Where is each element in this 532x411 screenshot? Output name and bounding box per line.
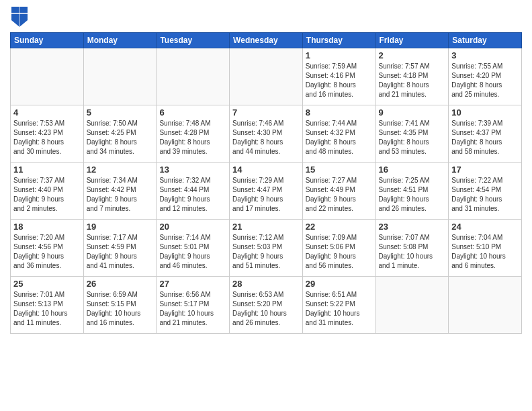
day-number: 21 (232, 222, 300, 232)
day-info: Sunrise: 7:57 AM Sunset: 4:18 PM Dayligh… (379, 62, 446, 99)
weekday-header-monday: Monday (83, 33, 157, 48)
weekday-header-tuesday: Tuesday (157, 33, 230, 48)
day-info: Sunrise: 7:04 AM Sunset: 5:10 PM Dayligh… (451, 233, 519, 271)
day-number: 26 (87, 279, 154, 289)
day-number: 18 (13, 222, 81, 232)
day-number: 6 (159, 107, 226, 118)
day-info: Sunrise: 7:46 AM Sunset: 4:30 PM Dayligh… (232, 119, 300, 156)
day-number: 5 (87, 107, 154, 118)
week-row-3: 11Sunrise: 7:37 AM Sunset: 4:40 PM Dayli… (11, 163, 522, 220)
day-info: Sunrise: 7:48 AM Sunset: 4:28 PM Dayligh… (159, 119, 226, 156)
day-number: 24 (451, 222, 519, 232)
day-info: Sunrise: 7:01 AM Sunset: 5:13 PM Dayligh… (13, 290, 81, 328)
day-info: Sunrise: 7:29 AM Sunset: 4:47 PM Dayligh… (232, 176, 300, 214)
day-info: Sunrise: 7:09 AM Sunset: 5:06 PM Dayligh… (306, 233, 373, 271)
week-row-4: 18Sunrise: 7:20 AM Sunset: 4:56 PM Dayli… (11, 220, 522, 277)
day-number: 3 (451, 50, 519, 60)
day-number: 23 (379, 222, 446, 232)
calendar-cell (157, 48, 230, 105)
day-number: 7 (232, 107, 300, 118)
calendar-cell (11, 48, 84, 105)
weekday-header-thursday: Thursday (302, 33, 375, 48)
day-number: 25 (13, 279, 81, 289)
calendar-cell: 29Sunrise: 6:51 AM Sunset: 5:22 PM Dayli… (302, 277, 375, 334)
calendar-cell: 26Sunrise: 6:59 AM Sunset: 5:15 PM Dayli… (83, 277, 157, 334)
day-info: Sunrise: 7:22 AM Sunset: 4:54 PM Dayligh… (451, 176, 519, 214)
calendar-cell: 25Sunrise: 7:01 AM Sunset: 5:13 PM Dayli… (11, 277, 84, 334)
day-info: Sunrise: 6:51 AM Sunset: 5:22 PM Dayligh… (306, 290, 373, 328)
day-info: Sunrise: 7:59 AM Sunset: 4:16 PM Dayligh… (306, 62, 373, 99)
day-info: Sunrise: 7:39 AM Sunset: 4:37 PM Dayligh… (451, 119, 519, 156)
calendar-cell (83, 48, 157, 105)
day-info: Sunrise: 7:17 AM Sunset: 4:59 PM Dayligh… (87, 233, 154, 271)
calendar-cell: 16Sunrise: 7:25 AM Sunset: 4:51 PM Dayli… (375, 163, 449, 220)
day-info: Sunrise: 7:14 AM Sunset: 5:01 PM Dayligh… (159, 233, 226, 271)
calendar-cell: 7Sunrise: 7:46 AM Sunset: 4:30 PM Daylig… (230, 105, 303, 163)
weekday-header-saturday: Saturday (449, 33, 522, 48)
day-info: Sunrise: 7:07 AM Sunset: 5:08 PM Dayligh… (379, 233, 446, 271)
calendar-cell: 22Sunrise: 7:09 AM Sunset: 5:06 PM Dayli… (302, 220, 375, 277)
calendar-cell: 9Sunrise: 7:41 AM Sunset: 4:35 PM Daylig… (375, 105, 449, 163)
calendar-cell: 23Sunrise: 7:07 AM Sunset: 5:08 PM Dayli… (375, 220, 449, 277)
week-row-2: 4Sunrise: 7:53 AM Sunset: 4:23 PM Daylig… (11, 105, 522, 163)
day-number: 10 (451, 107, 519, 118)
day-number: 22 (306, 222, 373, 232)
day-number: 9 (379, 107, 446, 118)
weekday-header-row: SundayMondayTuesdayWednesdayThursdayFrid… (11, 33, 522, 48)
day-info: Sunrise: 7:12 AM Sunset: 5:03 PM Dayligh… (232, 233, 300, 271)
calendar-cell: 4Sunrise: 7:53 AM Sunset: 4:23 PM Daylig… (11, 105, 84, 163)
calendar-cell: 18Sunrise: 7:20 AM Sunset: 4:56 PM Dayli… (11, 220, 84, 277)
day-number: 27 (159, 279, 226, 289)
day-number: 19 (87, 222, 154, 232)
day-info: Sunrise: 6:59 AM Sunset: 5:15 PM Dayligh… (87, 290, 154, 328)
calendar-cell: 17Sunrise: 7:22 AM Sunset: 4:54 PM Dayli… (449, 163, 522, 220)
day-number: 4 (13, 107, 81, 118)
weekday-header-wednesday: Wednesday (230, 33, 303, 48)
day-info: Sunrise: 6:56 AM Sunset: 5:17 PM Dayligh… (159, 290, 226, 328)
day-number: 16 (379, 165, 446, 175)
week-row-1: 1Sunrise: 7:59 AM Sunset: 4:16 PM Daylig… (11, 48, 522, 105)
day-number: 13 (159, 165, 226, 175)
day-number: 29 (306, 279, 373, 289)
day-info: Sunrise: 7:53 AM Sunset: 4:23 PM Dayligh… (13, 119, 81, 156)
calendar-cell: 8Sunrise: 7:44 AM Sunset: 4:32 PM Daylig… (302, 105, 375, 163)
weekday-header-friday: Friday (375, 33, 449, 48)
day-number: 1 (306, 50, 373, 60)
logo-icon (11, 7, 28, 27)
day-number: 28 (232, 279, 300, 289)
calendar-cell: 27Sunrise: 6:56 AM Sunset: 5:17 PM Dayli… (157, 277, 230, 334)
calendar-cell: 19Sunrise: 7:17 AM Sunset: 4:59 PM Dayli… (83, 220, 157, 277)
logo (10, 9, 28, 27)
day-info: Sunrise: 7:37 AM Sunset: 4:40 PM Dayligh… (13, 176, 81, 214)
day-info: Sunrise: 7:32 AM Sunset: 4:44 PM Dayligh… (159, 176, 226, 214)
calendar-cell (375, 277, 449, 334)
calendar-cell: 20Sunrise: 7:14 AM Sunset: 5:01 PM Dayli… (157, 220, 230, 277)
day-number: 12 (87, 165, 154, 175)
calendar-cell: 2Sunrise: 7:57 AM Sunset: 4:18 PM Daylig… (375, 48, 449, 105)
calendar-cell: 14Sunrise: 7:29 AM Sunset: 4:47 PM Dayli… (230, 163, 303, 220)
day-info: Sunrise: 6:53 AM Sunset: 5:20 PM Dayligh… (232, 290, 300, 328)
calendar-cell: 10Sunrise: 7:39 AM Sunset: 4:37 PM Dayli… (449, 105, 522, 163)
day-info: Sunrise: 7:50 AM Sunset: 4:25 PM Dayligh… (87, 119, 154, 156)
calendar-cell: 6Sunrise: 7:48 AM Sunset: 4:28 PM Daylig… (157, 105, 230, 163)
day-info: Sunrise: 7:41 AM Sunset: 4:35 PM Dayligh… (379, 119, 446, 156)
calendar-cell: 21Sunrise: 7:12 AM Sunset: 5:03 PM Dayli… (230, 220, 303, 277)
calendar-cell: 3Sunrise: 7:55 AM Sunset: 4:20 PM Daylig… (449, 48, 522, 105)
day-number: 8 (306, 107, 373, 118)
day-info: Sunrise: 7:20 AM Sunset: 4:56 PM Dayligh… (13, 233, 81, 271)
day-info: Sunrise: 7:55 AM Sunset: 4:20 PM Dayligh… (451, 62, 519, 99)
day-number: 11 (13, 165, 81, 175)
day-number: 15 (306, 165, 373, 175)
day-number: 17 (451, 165, 519, 175)
day-info: Sunrise: 7:44 AM Sunset: 4:32 PM Dayligh… (306, 119, 373, 156)
calendar-cell: 15Sunrise: 7:27 AM Sunset: 4:49 PM Dayli… (302, 163, 375, 220)
calendar-cell: 1Sunrise: 7:59 AM Sunset: 4:16 PM Daylig… (302, 48, 375, 105)
day-info: Sunrise: 7:34 AM Sunset: 4:42 PM Dayligh… (87, 176, 154, 214)
calendar-cell (449, 277, 522, 334)
calendar-cell: 24Sunrise: 7:04 AM Sunset: 5:10 PM Dayli… (449, 220, 522, 277)
day-number: 2 (379, 50, 446, 60)
day-info: Sunrise: 7:25 AM Sunset: 4:51 PM Dayligh… (379, 176, 446, 214)
page: SundayMondayTuesdayWednesdayThursdayFrid… (0, 0, 532, 411)
day-number: 20 (159, 222, 226, 232)
weekday-header-sunday: Sunday (11, 33, 84, 48)
